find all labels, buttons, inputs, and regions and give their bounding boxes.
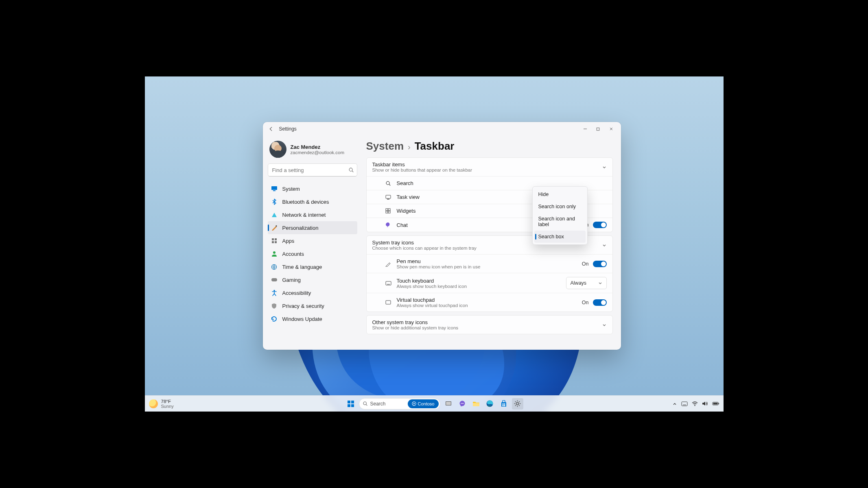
weather-temp: 78°F bbox=[161, 399, 174, 404]
settings-window: Settings Zac Mendez bbox=[263, 122, 621, 350]
task-view-icon bbox=[385, 195, 392, 200]
minimize-button[interactable] bbox=[579, 123, 592, 135]
tray-battery-icon[interactable] bbox=[712, 401, 719, 406]
personalization-icon bbox=[271, 224, 278, 231]
maximize-button[interactable] bbox=[592, 123, 605, 135]
taskbar-settings[interactable] bbox=[512, 398, 523, 410]
tray-volume-icon[interactable] bbox=[702, 401, 708, 406]
svg-rect-22 bbox=[386, 211, 388, 213]
sidebar-item-label: Personalization bbox=[282, 225, 319, 231]
taskbar-weather[interactable]: 78°F Sunny bbox=[149, 396, 174, 412]
svg-line-55 bbox=[519, 401, 520, 402]
svg-rect-62 bbox=[718, 403, 719, 404]
chevron-down-icon bbox=[602, 165, 607, 170]
sidebar-item-network[interactable]: Network & internet bbox=[268, 208, 357, 221]
sidebar-item-label: Gaming bbox=[282, 277, 301, 283]
sidebar-item-accessibility[interactable]: Accessibility bbox=[268, 286, 357, 299]
apps-icon bbox=[271, 237, 278, 244]
sidebar-item-label: Time & language bbox=[282, 264, 322, 270]
svg-rect-27 bbox=[348, 401, 350, 403]
back-button[interactable] bbox=[266, 124, 276, 134]
sidebar-item-system[interactable]: System bbox=[268, 182, 357, 195]
sidebar-item-apps[interactable]: Apps bbox=[268, 234, 357, 247]
svg-rect-30 bbox=[351, 404, 354, 407]
taskbar-search-placeholder: Search bbox=[370, 401, 386, 407]
network-icon bbox=[271, 211, 278, 218]
taskbar-store[interactable] bbox=[498, 398, 509, 410]
svg-rect-45 bbox=[504, 403, 505, 405]
section-subtitle: Choose which icons can appear in the sys… bbox=[372, 246, 477, 251]
profile-name: Zac Mendez bbox=[291, 144, 345, 150]
svg-line-53 bbox=[515, 401, 516, 402]
sidebar-item-gaming[interactable]: Gaming bbox=[268, 273, 357, 286]
taskbar-edge[interactable] bbox=[484, 398, 496, 410]
windows-update-icon bbox=[271, 316, 278, 322]
search-icon bbox=[385, 181, 392, 186]
tray-keyboard-icon[interactable] bbox=[681, 401, 688, 406]
row-label: Pen menu bbox=[397, 258, 481, 264]
tray-overflow-icon[interactable] bbox=[672, 401, 677, 406]
virtual-touchpad-toggle[interactable] bbox=[593, 299, 607, 306]
breadcrumb-current: Taskbar bbox=[415, 140, 455, 152]
touch-keyboard-select[interactable]: Always bbox=[566, 277, 607, 289]
content-area: System › Taskbar Taskbar items Show or h… bbox=[362, 136, 621, 350]
sidebar-item-label: Accounts bbox=[282, 251, 304, 257]
nav-list: System Bluetooth & devices Network & int… bbox=[268, 182, 357, 325]
section-header-other-tray[interactable]: Other system tray icons Show or hide add… bbox=[367, 316, 612, 334]
dropdown-item-icon-label[interactable]: Search icon and label bbox=[534, 213, 586, 231]
sidebar-item-windows-update[interactable]: Windows Update bbox=[268, 312, 357, 325]
svg-point-39 bbox=[462, 403, 463, 404]
row-virtual-touchpad: Virtual touchpad Always show virtual tou… bbox=[367, 293, 612, 312]
sidebar-item-bluetooth[interactable]: Bluetooth & devices bbox=[268, 195, 357, 208]
taskbar-search[interactable]: Search Contoso bbox=[359, 398, 440, 410]
row-pen-menu: Pen menu Show pen menu icon when pen is … bbox=[367, 254, 612, 273]
svg-rect-18 bbox=[386, 195, 391, 198]
breadcrumb-separator: › bbox=[408, 142, 411, 152]
section-header-taskbar-items[interactable]: Taskbar items Show or hide buttons that … bbox=[367, 158, 612, 176]
svg-line-32 bbox=[366, 405, 367, 406]
dropdown-item-search-box[interactable]: Search box bbox=[534, 231, 586, 243]
start-button[interactable] bbox=[345, 398, 356, 410]
pen-menu-toggle[interactable] bbox=[593, 261, 607, 267]
close-button[interactable] bbox=[605, 123, 618, 135]
svg-rect-21 bbox=[388, 209, 390, 211]
svg-rect-23 bbox=[388, 211, 390, 213]
sidebar-item-personalization[interactable]: Personalization bbox=[268, 221, 357, 234]
profile-block[interactable]: Zac Mendez zacmendez@outlook.com bbox=[269, 141, 356, 158]
row-label: Chat bbox=[397, 222, 408, 228]
svg-rect-57 bbox=[682, 402, 687, 406]
svg-point-38 bbox=[461, 403, 461, 404]
taskbar-task-view[interactable] bbox=[443, 398, 454, 410]
avatar bbox=[269, 141, 286, 158]
chevron-down-icon bbox=[598, 281, 602, 285]
svg-point-34 bbox=[413, 403, 415, 404]
breadcrumb-parent[interactable]: System bbox=[366, 140, 404, 152]
sidebar-item-privacy[interactable]: Privacy & security bbox=[268, 299, 357, 312]
sidebar-item-label: Accessibility bbox=[282, 290, 311, 296]
taskbar-system-tray bbox=[672, 396, 719, 412]
svg-rect-26 bbox=[386, 301, 391, 304]
taskbar-file-explorer[interactable] bbox=[470, 398, 482, 410]
row-label: Search bbox=[397, 180, 413, 186]
select-value: Always bbox=[571, 280, 587, 286]
search-input[interactable] bbox=[268, 163, 357, 176]
sidebar-item-label: System bbox=[282, 186, 300, 192]
taskbar-search-pill[interactable]: Contoso bbox=[408, 399, 439, 408]
row-sublabel: Always show virtual touchpad icon bbox=[397, 303, 468, 308]
system-icon bbox=[271, 185, 278, 192]
taskbar-center: Search Contoso bbox=[345, 398, 523, 410]
svg-rect-41 bbox=[473, 403, 479, 406]
dropdown-item-hide[interactable]: Hide bbox=[534, 188, 586, 200]
row-label: Touch keyboard bbox=[397, 278, 467, 284]
svg-rect-9 bbox=[272, 241, 274, 243]
dropdown-item-icon-only[interactable]: Search icon only bbox=[534, 200, 586, 213]
svg-point-40 bbox=[463, 403, 464, 404]
sidebar-item-time-language[interactable]: Time & language bbox=[268, 260, 357, 273]
svg-rect-36 bbox=[446, 402, 451, 405]
tray-wifi-icon[interactable] bbox=[692, 401, 698, 406]
sidebar-item-accounts[interactable]: Accounts bbox=[268, 247, 357, 260]
svg-point-15 bbox=[273, 290, 275, 292]
taskbar-chat[interactable] bbox=[457, 398, 468, 410]
toggle-state-label: On bbox=[582, 261, 589, 267]
chat-toggle[interactable] bbox=[593, 222, 607, 228]
